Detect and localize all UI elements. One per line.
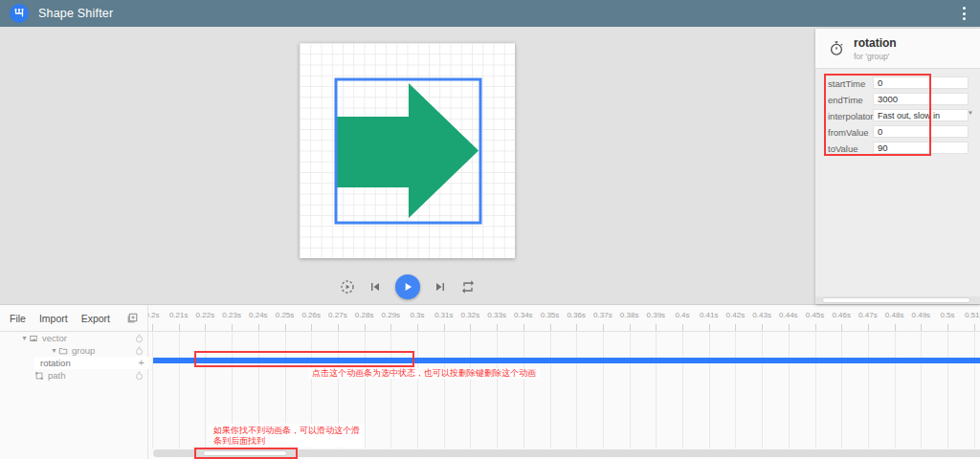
timeline-gridline [868, 331, 869, 448]
timeline-gridline [895, 331, 896, 448]
ruler-tick [232, 324, 233, 331]
ruler-tick-label: 0.4s [675, 311, 689, 319]
ruler-tick [789, 324, 790, 331]
slow-motion-icon[interactable] [340, 279, 355, 295]
tree-item-vector[interactable]: ▼ vector [0, 332, 148, 344]
timeline-track-pane[interactable]: 0.2s0.21s0.22s0.23s0.24s0.25s0.26s0.27s0… [148, 305, 980, 459]
properties-header: rotation for 'group' [815, 29, 980, 69]
ruler-tick [682, 324, 683, 331]
ruler-tick-label: 0.22s [196, 311, 215, 319]
ruler-tick-label: 0.47s [858, 311, 878, 319]
property-block-title: rotation [854, 36, 897, 50]
ruler-tick-label: 0.48s [885, 311, 904, 319]
ruler-tick-label: 0.44s [779, 311, 798, 319]
ruler-tick [630, 324, 631, 331]
timeline-gridline [550, 331, 551, 448]
ruler-tick-label: 0.46s [832, 311, 851, 319]
ruler-tick [365, 324, 366, 331]
tree-item-label: vector [42, 333, 67, 343]
timeline-gridline [417, 331, 418, 448]
ruler-tick [179, 324, 180, 331]
animate-timer-icon[interactable] [135, 334, 144, 343]
skip-previous-icon[interactable] [368, 279, 383, 295]
ruler-tick-label: 0.26s [301, 311, 321, 319]
ruler-tick [947, 324, 948, 331]
menu-bar: File Import Export [0, 305, 148, 331]
app-title: Shape Shifter [38, 7, 113, 20]
ruler-tick [470, 324, 471, 331]
annotation-scroll-tip-line1: 如果你找不到动画条，可以滑动这个滑 [213, 426, 360, 436]
timeline-gridline [576, 331, 577, 448]
annotation-scroll-tip: 如果你找不到动画条，可以滑动这个滑 条到后面找到 [209, 424, 365, 448]
timeline-gridline [444, 331, 445, 448]
ruler-tick-label: 0.32s [461, 311, 480, 319]
timeline-gridline [523, 331, 524, 448]
canvas-area [0, 27, 815, 304]
timeline-gridline [179, 331, 180, 448]
ruler-tick [444, 324, 445, 331]
ruler-tick-label: 0.45s [806, 311, 825, 319]
ruler-tick-label: 0.38s [620, 311, 639, 319]
ruler-tick [815, 324, 816, 331]
add-layer-icon[interactable] [126, 312, 139, 324]
ruler-tick-label: 0.5s [940, 311, 954, 319]
timeline-gridline [762, 331, 763, 448]
ruler-tick [390, 324, 391, 331]
ruler-tick-label: 0.24s [249, 311, 268, 319]
ruler-tick [417, 324, 418, 331]
vector-image-icon [29, 334, 38, 343]
play-button[interactable] [395, 274, 420, 299]
stopwatch-icon [828, 40, 845, 57]
ruler-tick-label: 0.39s [647, 311, 666, 319]
menu-import[interactable]: Import [39, 313, 68, 324]
timeline-gridline [603, 331, 604, 448]
ruler-tick [709, 324, 710, 331]
ruler-tick-label: 0.31s [434, 311, 454, 319]
menu-export[interactable]: Export [81, 313, 110, 324]
ruler-tick [762, 324, 763, 331]
chevron-down-icon: ▼ [968, 110, 973, 116]
add-keyframe-button[interactable]: + [139, 357, 145, 369]
overflow-menu-icon[interactable] [957, 5, 970, 22]
properties-panel: rotation for 'group' startTime endTime i… [815, 29, 980, 304]
repeat-icon[interactable] [460, 279, 476, 295]
arrow-path[interactable] [336, 83, 479, 218]
timeline-gridline [470, 331, 471, 448]
shape-shifter-logo-icon [10, 4, 29, 23]
ruler-tick [841, 324, 842, 331]
rotation-property-field[interactable]: rotation [34, 357, 148, 369]
timeline-gridline [656, 331, 657, 448]
animate-timer-icon[interactable] [135, 371, 144, 381]
play-icon [401, 280, 414, 294]
skip-next-icon[interactable] [433, 279, 448, 295]
ruler-tick [285, 324, 286, 331]
timeline-gridline [947, 331, 948, 448]
chevron-down-icon[interactable]: ▼ [21, 335, 29, 341]
ruler-tick-label: 0.3s [410, 311, 424, 319]
ruler-tick-label: 0.51s [965, 311, 980, 319]
ruler-tick-label: 0.27s [328, 311, 347, 319]
path-icon [34, 371, 44, 381]
ruler-tick-label: 0.33s [487, 311, 506, 319]
ruler-tick [974, 324, 975, 331]
annotation-rect-properties [824, 74, 931, 156]
artboard-canvas[interactable] [300, 43, 515, 258]
ruler-tick-label: 0.37s [593, 311, 612, 319]
playback-controls [300, 273, 515, 300]
animate-timer-icon[interactable] [135, 346, 144, 356]
ruler-tick [338, 324, 339, 331]
properties-scrollbar-thumb[interactable] [822, 297, 970, 303]
tree-item-label: group [72, 345, 95, 356]
ruler-tick [656, 324, 657, 331]
tree-item-rotation[interactable]: rotation + [0, 357, 148, 369]
timeline-panel: File Import Export ▼ vector ▼ [0, 304, 980, 459]
ruler-tick-label: 0.35s [541, 311, 560, 319]
menu-file[interactable]: File [10, 313, 26, 324]
chevron-down-icon[interactable]: ▼ [51, 347, 58, 354]
ruler-tick [523, 324, 524, 331]
timeline-gridline [152, 331, 153, 448]
ruler-tick [921, 324, 922, 331]
tree-item-path[interactable]: path [0, 369, 148, 382]
ruler-tick [205, 324, 206, 331]
tree-item-group[interactable]: ▼ group [0, 344, 148, 357]
